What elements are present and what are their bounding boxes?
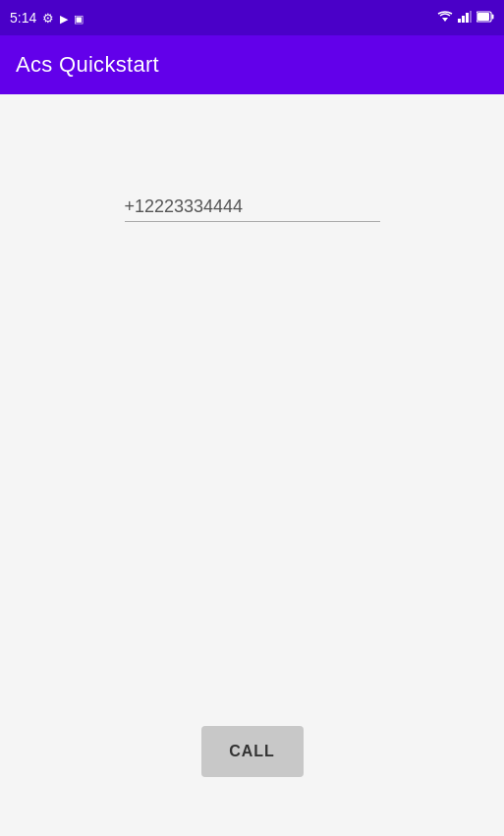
app-bar: Acs Quickstart <box>0 35 504 94</box>
main-content: CALL <box>0 94 504 836</box>
svg-rect-1 <box>458 19 461 23</box>
sim-icon <box>74 11 84 26</box>
svg-rect-2 <box>462 16 465 23</box>
status-bar: 5:14 <box>0 0 504 35</box>
gear-icon <box>42 11 54 26</box>
call-button[interactable]: CALL <box>201 726 304 777</box>
input-area <box>0 193 504 222</box>
status-bar-left: 5:14 <box>10 10 84 26</box>
call-button-label: CALL <box>229 743 275 760</box>
status-time: 5:14 <box>10 10 36 26</box>
wifi-icon <box>437 11 453 26</box>
svg-rect-4 <box>470 11 472 23</box>
play-icon <box>60 11 68 26</box>
svg-marker-0 <box>442 18 448 22</box>
svg-rect-3 <box>466 13 469 23</box>
app-title: Acs Quickstart <box>16 52 159 78</box>
status-bar-right <box>437 11 494 26</box>
svg-rect-6 <box>477 13 489 21</box>
signal-bars-icon <box>458 11 472 26</box>
svg-rect-7 <box>492 14 494 19</box>
battery-icon <box>476 11 494 26</box>
phone-input[interactable] <box>125 193 380 222</box>
